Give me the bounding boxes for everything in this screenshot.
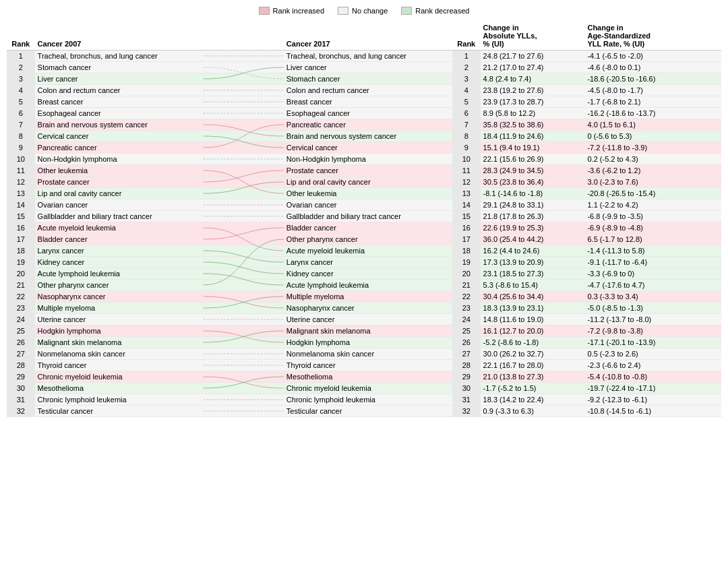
legend-no-change: No change [338, 7, 388, 15]
rank-2007-cell: 32 [7, 406, 35, 417]
rank-2007-cell: 26 [7, 337, 35, 348]
table-row: 23Multiple myelomaNasopharynx cancer2318… [7, 303, 721, 314]
change-abs-cell: 16.2 (4.4 to 24.6) [481, 245, 585, 257]
cancer-2007-cell: Uterine cancer [35, 314, 204, 325]
rank-2007-cell: 10 [7, 154, 35, 165]
table-row: 3Liver cancerStomach cancer34.8 (2.4 to … [7, 73, 721, 85]
connector-cell [204, 165, 284, 177]
change-abs-cell: 18.3 (13.9 to 23.1) [481, 303, 585, 314]
cancer-2017-cell: Liver cancer [284, 62, 452, 73]
cancer-2017-cell: Bladder cancer [284, 222, 452, 234]
cancer-2007-cell: Kidney cancer [35, 257, 204, 268]
cancer-2017-cell: Multiple myeloma [284, 291, 452, 303]
cancer-2007-cell: Stomach cancer [35, 62, 204, 73]
rank-2017-cell: 22 [452, 291, 481, 303]
cancer-2007-cell: Breast cancer [35, 96, 204, 108]
change-abs-cell: 21.8 (17.8 to 26.3) [481, 211, 585, 222]
cancer-2007-cell: Esophageal cancer [35, 108, 204, 119]
cancer-2007-cell: Liver cancer [35, 73, 204, 85]
change-rate-cell: -17.1 (-20.1 to -13.9) [584, 337, 721, 348]
rank-2007-cell: 30 [7, 383, 35, 394]
rank-2017-cell: 28 [452, 360, 481, 371]
change-abs-cell: 23.1 (18.5 to 27.3) [481, 268, 585, 280]
change-abs-cell: 22.6 (19.9 to 25.3) [481, 222, 585, 234]
change-rate-cell: -3.3 (-6.9 to 0) [584, 268, 721, 280]
connector-cell [204, 245, 284, 257]
change-abs-cell: 18.4 (11.9 to 24.6) [481, 131, 585, 142]
cancer-2017-cell: Non-Hodgkin lymphoma [284, 154, 452, 165]
connector-cell [204, 406, 284, 417]
change-abs-cell: -1.7 (-5.2 to 1.5) [481, 383, 585, 394]
table-row: 27Nonmelanoma skin cancerNonmelanoma ski… [7, 348, 721, 360]
cancer-2007-cell: Malignant skin melanoma [35, 337, 204, 348]
change-rate-cell: -11.2 (-13.7 to -8.0) [584, 314, 721, 325]
cancer-2007-cell: Chronic myeloid leukemia [35, 371, 204, 383]
connector-cell [204, 131, 284, 142]
legend: Rank increased No change Rank decreased [7, 7, 721, 15]
cancer-2007-cell: Testicular cancer [35, 406, 204, 417]
table-row: 17Bladder cancerOther pharynx cancer1736… [7, 234, 721, 245]
rank-2017-cell: 13 [452, 188, 481, 199]
cancer-2007-cell: Acute lymphoid leukemia [35, 268, 204, 280]
connector-cell [204, 142, 284, 154]
connector-cell [204, 73, 284, 85]
rank-2017-cell: 10 [452, 154, 481, 165]
cancer-2017-cell: Other pharynx cancer [284, 234, 452, 245]
rank-2017-cell: 25 [452, 325, 481, 337]
change-abs-cell: 15.1 (9.4 to 19.1) [481, 142, 585, 154]
change-abs-cell: 17.3 (13.9 to 20.9) [481, 257, 585, 268]
cancer-2007-cell: Lip and oral cavity cancer [35, 188, 204, 199]
cancer-2007-cell: Colon and rectum cancer [35, 85, 204, 96]
connector-cell [204, 348, 284, 360]
table-row: 16Acute myeloid leukemiaBladder cancer16… [7, 222, 721, 234]
cancer-2017-cell: Brain and nervous system cancer [284, 131, 452, 142]
rank-2017-cell: 30 [452, 383, 481, 394]
change-abs-cell: 24.8 (21.7 to 27.6) [481, 51, 585, 62]
cancer-2007-cell: Pancreatic cancer [35, 142, 204, 154]
cancer-2007-cell: Chronic lymphoid leukemia [35, 394, 204, 406]
rank-2007-cell: 15 [7, 211, 35, 222]
cancer-2017-cell: Other leukemia [284, 188, 452, 199]
cancer-2007-cell: Brain and nervous system cancer [35, 119, 204, 131]
change-rate-cell: -1.7 (-6.8 to 2.1) [584, 96, 721, 108]
legend-decreased-label: Rank decreased [415, 7, 469, 15]
change-rate-cell: -7.2 (-11.8 to -3.9) [584, 142, 721, 154]
rank-2007-cell: 24 [7, 314, 35, 325]
rank-2007-cell: 9 [7, 142, 35, 154]
cancer-2007-cell: Bladder cancer [35, 234, 204, 245]
connector-cell [204, 222, 284, 234]
change-abs-cell: 30.5 (23.8 to 36.4) [481, 177, 585, 188]
change-rate-cell: -10.8 (-14.5 to -6.1) [584, 406, 721, 417]
rank-2017-cell: 14 [452, 199, 481, 211]
cancer-2007-cell: Gallbladder and biliary tract cancer [35, 211, 204, 222]
rank-2007-cell: 27 [7, 348, 35, 360]
connector-cell [204, 119, 284, 131]
rank-2017-cell: 7 [452, 119, 481, 131]
legend-increased: Rank increased [259, 7, 324, 15]
cancer-2017-cell: Breast cancer [284, 96, 452, 108]
table-row: 12Prostate cancerLip and oral cavity can… [7, 177, 721, 188]
cancer-2017-cell: Chronic myeloid leukemia [284, 383, 452, 394]
change-abs-cell: 16.1 (12.7 to 20.0) [481, 325, 585, 337]
rank-2007-cell: 25 [7, 325, 35, 337]
table-row: 11Other leukemiaProstate cancer1128.3 (2… [7, 165, 721, 177]
rank-2007-cell: 6 [7, 108, 35, 119]
legend-increased-label: Rank increased [273, 7, 324, 15]
cancer-2007-cell: Cervical cancer [35, 131, 204, 142]
change-abs-cell: 29.1 (24.8 to 33.1) [481, 199, 585, 211]
rank-2017-cell: 8 [452, 131, 481, 142]
rank-2017-cell: 6 [452, 108, 481, 119]
change-abs-cell: 0.9 (-3.3 to 6.3) [481, 406, 585, 417]
rank-2017-cell: 1 [452, 51, 481, 62]
change-rate-cell: -4.6 (-8.0 to 0.1) [584, 62, 721, 73]
table-row: 14Ovarian cancerOvarian cancer1429.1 (24… [7, 199, 721, 211]
change-abs-cell: 21.2 (17.0 to 27.4) [481, 62, 585, 73]
rank-2017-cell: 16 [452, 222, 481, 234]
cancer-2017-cell: Nasopharynx cancer [284, 303, 452, 314]
cancer-2017-cell: Malignant skin melanoma [284, 325, 452, 337]
legend-decreased: Rank decreased [401, 7, 469, 15]
change-rate-cell: 6.5 (-1.7 to 12.8) [584, 234, 721, 245]
rank-2007-cell: 14 [7, 199, 35, 211]
rank-2017-cell: 12 [452, 177, 481, 188]
connector-cell [204, 234, 284, 245]
